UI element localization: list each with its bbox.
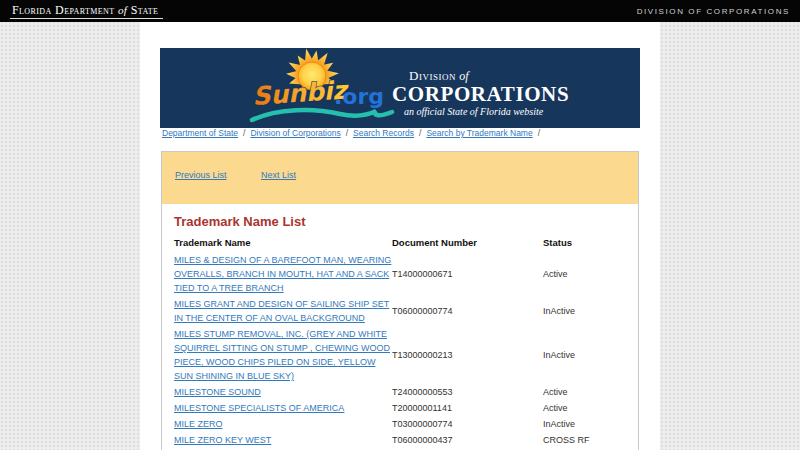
previous-list-link[interactable]: Previous List <box>175 170 227 180</box>
table-header-row: Trademark Name Document Number Status <box>174 233 628 252</box>
trademark-name-cell: MILE ZERO <box>174 416 392 432</box>
trademark-name-link[interactable]: MILE ZERO <box>174 419 223 429</box>
division-of-corporations-text: Division of CORPORATIONS an official Sta… <box>392 69 569 117</box>
breadcrumb-separator: / <box>538 128 540 138</box>
breadcrumb-link[interactable]: Search by Trademark Name <box>426 128 532 138</box>
trademark-name-cell: MILES & DESIGN OF A BAREFOOT MAN, WEARIN… <box>174 252 392 296</box>
trademark-name-link[interactable]: MILESTONE SPECIALISTS OF AMERICA <box>174 403 344 413</box>
breadcrumb-separator: / <box>243 128 245 138</box>
page-content: Sunbiz .org Division of CORPORATIONS an … <box>140 22 660 450</box>
corporations-word: CORPORATIONS <box>392 83 569 106</box>
division-of-word: of <box>459 69 468 83</box>
trademark-name-cell: MILES GRANT AND DESIGN OF SAILING SHIP S… <box>174 296 392 326</box>
trademark-name-cell: MILESTONE SPECIALISTS OF AMERICA <box>174 400 392 416</box>
logo-text-of: of <box>118 4 127 16</box>
document-number-cell: T06000000437 <box>392 432 543 448</box>
document-number-cell: T13000000213 <box>392 326 543 384</box>
document-number-cell: T24000000553 <box>392 384 543 400</box>
breadcrumb-link[interactable]: Search Records <box>353 128 414 138</box>
column-header-trademark-name: Trademark Name <box>174 233 392 252</box>
document-number-cell: T20000001141 <box>392 400 543 416</box>
org-text: .org <box>334 84 384 109</box>
topbar-division-label: Division of Corporations <box>637 7 790 16</box>
table-row: MILE ZERO KEY WESTT06000000437CROSS RF <box>174 432 628 448</box>
table-row: MILES GRANT AND DESIGN OF SAILING SHIP S… <box>174 296 628 326</box>
logo-text-suffix: State <box>131 3 159 17</box>
status-cell: Active <box>543 252 628 296</box>
sunbiz-banner: Sunbiz .org Division of CORPORATIONS an … <box>160 48 640 128</box>
table-row: MILES STUMP REMOVAL, INC. (GREY AND WHIT… <box>174 326 628 384</box>
division-word: Division <box>409 68 456 83</box>
trademark-name-cell: MILE ZERO KEY WEST <box>174 432 392 448</box>
trademark-name-link[interactable]: MILE ZERO KEY WEST <box>174 435 271 445</box>
table-row: MILE ZEROT03000000774InActive <box>174 416 628 432</box>
column-header-status: Status <box>543 233 628 252</box>
trademark-name-link[interactable]: MILES GRANT AND DESIGN OF SAILING SHIP S… <box>174 299 389 323</box>
document-number-cell: T06000000774 <box>392 296 543 326</box>
page-title: Trademark Name List <box>174 214 626 229</box>
status-cell: CROSS RF <box>543 432 628 448</box>
trademark-name-cell: MILES STUMP REMOVAL, INC. (GREY AND WHIT… <box>174 326 392 384</box>
next-list-link[interactable]: Next List <box>261 170 296 180</box>
breadcrumb: Department of State/Division of Corporat… <box>162 128 660 138</box>
sunbiz-logo[interactable]: Sunbiz .org <box>248 48 398 128</box>
breadcrumb-link[interactable]: Division of Corporations <box>250 128 340 138</box>
wave-swoosh-icon <box>252 110 392 120</box>
trademark-name-link[interactable]: MILES & DESIGN OF A BAREFOOT MAN, WEARIN… <box>174 255 391 293</box>
division-line: Division of <box>409 69 569 83</box>
status-cell: Active <box>543 400 628 416</box>
document-number-cell: T14000000671 <box>392 252 543 296</box>
status-cell: Active <box>543 384 628 400</box>
florida-department-of-state-logo[interactable]: Florida Department of State <box>10 3 163 19</box>
table-row: MILES & DESIGN OF A BAREFOOT MAN, WEARIN… <box>174 252 628 296</box>
document-number-cell: T03000000774 <box>392 416 543 432</box>
trademark-list-box: Previous List Next List Trademark Name L… <box>161 151 639 450</box>
status-cell: InActive <box>543 296 628 326</box>
logo-text-prefix: Florida Department <box>12 3 115 17</box>
pager-bar: Previous List Next List <box>162 152 638 204</box>
official-website-tagline: an official State of Florida website <box>404 106 569 117</box>
breadcrumb-link[interactable]: Department of State <box>162 128 238 138</box>
sunbiz-wordmark: Sunbiz .org <box>251 75 384 111</box>
status-cell: InActive <box>543 326 628 384</box>
breadcrumb-separator: / <box>346 128 348 138</box>
top-bar: Florida Department of State Division of … <box>0 0 800 22</box>
trademark-name-link[interactable]: MILESTONE SOUND <box>174 387 261 397</box>
table-row: MILESTONE SPECIALISTS OF AMERICAT2000000… <box>174 400 628 416</box>
trademark-name-link[interactable]: MILES STUMP REMOVAL, INC. (GREY AND WHIT… <box>174 329 390 381</box>
breadcrumb-separator: / <box>419 128 421 138</box>
trademark-name-cell: MILESTONE SOUND <box>174 384 392 400</box>
column-header-document-number: Document Number <box>392 233 543 252</box>
trademark-table: Trademark Name Document Number Status MI… <box>174 233 628 450</box>
status-cell: InActive <box>543 416 628 432</box>
table-row: MILESTONE SOUNDT24000000553Active <box>174 384 628 400</box>
